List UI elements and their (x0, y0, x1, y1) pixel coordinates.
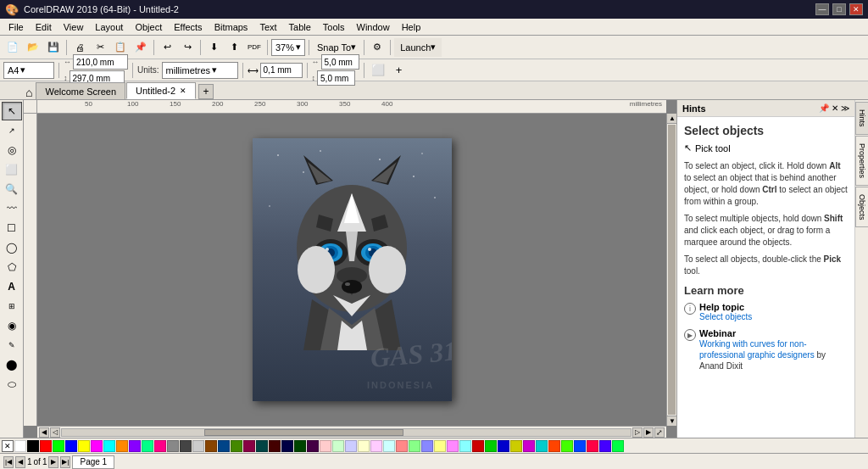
paste-button[interactable]: 📌 (131, 38, 150, 57)
color-swatch-16[interactable] (218, 440, 230, 452)
page-nav-next[interactable]: ▶ (48, 456, 58, 468)
color-swatch-43[interactable] (561, 440, 573, 452)
scroll-thumb-v[interactable] (668, 125, 676, 415)
menu-item-tools[interactable]: Tools (318, 20, 350, 34)
color-swatch-39[interactable] (510, 440, 522, 452)
color-swatch-4[interactable] (65, 440, 77, 452)
menu-item-file[interactable]: File (3, 20, 29, 34)
scroll-left-button[interactable]: ◀ (39, 427, 49, 438)
text-tool[interactable]: A (2, 277, 22, 296)
rect-tool[interactable]: ☐ (2, 219, 22, 237)
h2-field[interactable]: 5,0 mm (317, 70, 355, 86)
maximize-button[interactable]: □ (832, 3, 846, 15)
width-field[interactable]: 210,0 mm (73, 54, 128, 70)
menu-item-object[interactable]: Object (130, 20, 167, 34)
export-button[interactable]: ⬆ (225, 38, 243, 57)
menu-item-window[interactable]: Window (352, 20, 395, 34)
scroll-right-button[interactable]: ▶ (643, 427, 654, 438)
color-swatch-11[interactable] (154, 440, 166, 452)
color-swatch-12[interactable] (167, 440, 179, 452)
save-button[interactable]: 💾 (44, 38, 63, 57)
back-button[interactable]: ⌂ (25, 86, 32, 99)
color-swatch-23[interactable] (307, 440, 319, 452)
tab-untitled2[interactable]: Untitled-2 ✕ (126, 82, 196, 99)
crop-tool[interactable]: ⬜ (2, 160, 22, 179)
color-swatch-37[interactable] (485, 440, 497, 452)
color-swatch-8[interactable] (116, 440, 128, 452)
poly-tool[interactable]: ⬠ (2, 258, 22, 276)
tab-close-icon[interactable]: ✕ (180, 87, 186, 95)
color-swatch-25[interactable] (332, 440, 344, 452)
menu-item-table[interactable]: Table (284, 20, 316, 34)
color-swatch-38[interactable] (498, 440, 509, 452)
redo-button[interactable]: ↪ (178, 38, 197, 57)
import-button[interactable]: ⬇ (204, 38, 223, 57)
color-swatch-9[interactable] (129, 440, 141, 452)
color-swatch-26[interactable] (345, 440, 357, 452)
color-swatch-29[interactable] (383, 440, 395, 452)
page-nav-last[interactable]: ▶| (60, 456, 70, 468)
add-page-button[interactable]: + (390, 61, 409, 80)
color-swatch-33[interactable] (434, 440, 446, 452)
menu-item-help[interactable]: Help (397, 20, 426, 34)
tab-add-button[interactable]: + (198, 84, 214, 99)
dimension-tool[interactable]: ◉ (2, 316, 22, 335)
ellipse-tool[interactable]: ◯ (2, 238, 22, 257)
color-swatch-35[interactable] (459, 440, 471, 452)
menu-item-view[interactable]: View (58, 20, 89, 34)
color-swatch-5[interactable] (78, 440, 90, 452)
connector-tool[interactable]: ✎ (2, 336, 22, 355)
page-nav-prev[interactable]: ◀ (15, 456, 25, 468)
color-swatch-24[interactable] (320, 440, 331, 452)
menu-item-layout[interactable]: Layout (90, 20, 128, 34)
scroll-right2-button[interactable]: ▷ (632, 427, 643, 438)
color-swatch-42[interactable] (548, 440, 560, 452)
menu-item-edit[interactable]: Edit (31, 20, 57, 34)
tab-welcome[interactable]: Welcome Screen (36, 82, 125, 99)
shape-edit-tool[interactable]: ◎ (2, 141, 22, 159)
color-swatch-22[interactable] (294, 440, 306, 452)
color-swatch-3[interactable] (53, 440, 64, 452)
launch-button[interactable]: Launch ▾ (394, 38, 442, 57)
pick-tool[interactable]: ↖ (2, 102, 22, 120)
scrollbar-horizontal[interactable]: ◀ ◁ ▷ ▶ ⤢ (37, 426, 666, 438)
color-swatch-36[interactable] (472, 440, 484, 452)
color-swatch-20[interactable] (269, 440, 281, 452)
objects-tab-button[interactable]: Objects (855, 187, 869, 228)
freehand-tool[interactable]: ↗ (2, 121, 22, 140)
smart-fill-tool[interactable]: ⬭ (2, 375, 22, 394)
webinar-text[interactable]: Working with curves for non-professional… (699, 338, 848, 371)
color-swatch-46[interactable] (599, 440, 611, 452)
color-swatch-40[interactable] (523, 440, 535, 452)
color-swatch-18[interactable] (243, 440, 255, 452)
menu-item-text[interactable]: Text (254, 20, 281, 34)
table-tool[interactable]: ⊞ (2, 297, 22, 315)
color-swatch-1[interactable] (27, 440, 39, 452)
hints-tab-button[interactable]: Hints (855, 102, 869, 135)
scroll-up-button[interactable]: ▲ (667, 114, 676, 124)
color-swatch-47[interactable] (612, 440, 624, 452)
canvas-content[interactable]: GAS 31 INDONESIA (37, 114, 666, 426)
w2-field[interactable]: 5,0 mm (321, 54, 359, 70)
new-button[interactable]: 📄 (3, 38, 22, 57)
zoom-tool[interactable]: 🔍 (2, 180, 22, 198)
pdf-button[interactable]: PDF (245, 38, 264, 57)
panel-expand-icon[interactable]: ≫ (841, 103, 849, 113)
curve-tool[interactable]: 〰 (2, 199, 22, 218)
color-swatch-14[interactable] (192, 440, 204, 452)
color-swatch-21[interactable] (281, 440, 293, 452)
color-swatch-34[interactable] (447, 440, 459, 452)
color-swatch-44[interactable] (574, 440, 586, 452)
page-1-tab[interactable]: Page 1 (72, 455, 114, 469)
color-swatch-30[interactable] (396, 440, 408, 452)
nudge-field[interactable]: 0,1 mm (260, 63, 303, 78)
color-swatch-32[interactable] (421, 440, 433, 452)
color-swatch-19[interactable] (256, 440, 268, 452)
color-swatch-10[interactable] (142, 440, 153, 452)
color-swatch-41[interactable] (536, 440, 548, 452)
page-size-dropdown[interactable]: A4 ▾ (3, 62, 54, 79)
options-button[interactable]: ⚙ (368, 38, 387, 57)
zoom-fit-button[interactable]: ⤢ (654, 427, 665, 438)
scrollbar-vertical[interactable]: ▲ ▼ (666, 114, 676, 426)
page-nav-first[interactable]: |◀ (3, 456, 14, 468)
